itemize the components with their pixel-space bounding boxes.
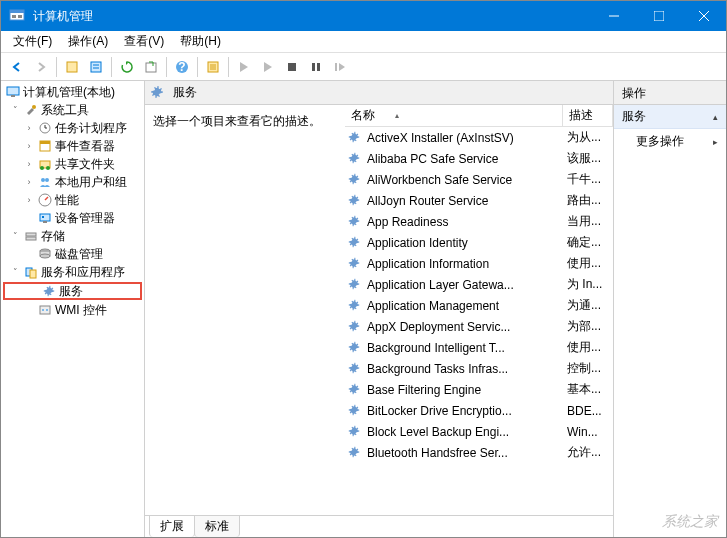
- disk-icon: [37, 246, 53, 262]
- svg-rect-9: [91, 62, 101, 72]
- service-row[interactable]: Application Layer Gatewa...为 In...: [345, 274, 613, 295]
- properties-icon[interactable]: [85, 56, 107, 78]
- service-row[interactable]: AliWorkbench Safe Service千牛...: [345, 169, 613, 190]
- expand-icon[interactable]: ›: [23, 195, 35, 205]
- minimize-button[interactable]: [591, 1, 636, 31]
- play2-icon[interactable]: [257, 56, 279, 78]
- service-row[interactable]: Background Intelligent T...使用...: [345, 337, 613, 358]
- gear-icon: [347, 172, 363, 188]
- service-desc: BDE...: [567, 404, 611, 418]
- export-icon[interactable]: [140, 56, 162, 78]
- service-row[interactable]: Base Filtering Engine基本...: [345, 379, 613, 400]
- tree-root[interactable]: 计算机管理(本地): [1, 83, 144, 101]
- tree-event-viewer[interactable]: › 事件查看器: [1, 137, 144, 155]
- tree-task-scheduler[interactable]: › 任务计划程序: [1, 119, 144, 137]
- arrow-up-icon: ▴: [713, 112, 718, 122]
- tree-system-tools[interactable]: ˅ 系统工具: [1, 101, 144, 119]
- sort-asc-icon: ▴: [395, 111, 399, 120]
- gear-icon: [347, 424, 363, 440]
- menu-view[interactable]: 查看(V): [116, 31, 172, 52]
- play-icon[interactable]: [233, 56, 255, 78]
- separator: [111, 57, 112, 77]
- close-button[interactable]: [681, 1, 726, 31]
- tree-disk-management[interactable]: 磁盘管理: [1, 245, 144, 263]
- service-row[interactable]: Application Information使用...: [345, 253, 613, 274]
- column-name[interactable]: 名称▴: [345, 105, 563, 126]
- separator: [197, 57, 198, 77]
- service-row[interactable]: App Readiness当用...: [345, 211, 613, 232]
- service-row[interactable]: AppX Deployment Servic...为部...: [345, 316, 613, 337]
- service-row[interactable]: Bluetooth Handsfree Ser...允许...: [345, 442, 613, 463]
- gear-icon: [347, 340, 363, 356]
- tree-storage[interactable]: ˅ 存储: [1, 227, 144, 245]
- tree-services[interactable]: 服务: [3, 282, 142, 300]
- expand-icon[interactable]: ›: [23, 177, 35, 187]
- tree-performance[interactable]: › 性能: [1, 191, 144, 209]
- storage-icon: [23, 228, 39, 244]
- service-name: BitLocker Drive Encryptio...: [367, 404, 567, 418]
- help-icon[interactable]: ?: [171, 56, 193, 78]
- service-row[interactable]: ActiveX Installer (AxInstSV)为从...: [345, 127, 613, 148]
- menu-help[interactable]: 帮助(H): [172, 31, 229, 52]
- tab-standard[interactable]: 标准: [194, 515, 240, 537]
- actions-section[interactable]: 服务 ▴: [614, 105, 726, 129]
- service-row[interactable]: Block Level Backup Engi...Win...: [345, 421, 613, 442]
- service-row[interactable]: AllJoyn Router Service路由...: [345, 190, 613, 211]
- service-row[interactable]: Application Identity确定...: [345, 232, 613, 253]
- list-icon[interactable]: [202, 56, 224, 78]
- svg-rect-38: [40, 214, 50, 221]
- gear-icon: [347, 361, 363, 377]
- service-desc: 路由...: [567, 192, 611, 209]
- menu-action[interactable]: 操作(A): [60, 31, 116, 52]
- expand-icon[interactable]: ›: [23, 123, 35, 133]
- expand-icon[interactable]: ›: [23, 159, 35, 169]
- tree-services-apps[interactable]: ˅ 服务和应用程序: [1, 263, 144, 281]
- window-controls: [591, 1, 726, 31]
- restart-icon[interactable]: [329, 56, 351, 78]
- svg-point-35: [45, 178, 49, 182]
- collapse-icon[interactable]: ˅: [9, 267, 21, 277]
- list-body[interactable]: ActiveX Installer (AxInstSV)为从...Alibaba…: [345, 127, 613, 515]
- svg-rect-19: [288, 63, 296, 71]
- service-name: Application Information: [367, 257, 567, 271]
- service-row[interactable]: Background Tasks Infras...控制...: [345, 358, 613, 379]
- tree-wmi[interactable]: WMI 控件: [1, 301, 144, 319]
- svg-point-33: [46, 166, 50, 170]
- tree-panel[interactable]: 计算机管理(本地) ˅ 系统工具 › 任务计划程序 › 事件查看器 › 共享文件…: [1, 81, 145, 537]
- window-title: 计算机管理: [33, 8, 591, 25]
- wmi-icon: [37, 302, 53, 318]
- tree-shared-folders[interactable]: › 共享文件夹: [1, 155, 144, 173]
- services-apps-icon: [23, 264, 39, 280]
- menu-file[interactable]: 文件(F): [5, 31, 60, 52]
- column-desc[interactable]: 描述: [563, 105, 613, 126]
- service-row[interactable]: Application Management为通...: [345, 295, 613, 316]
- tree-device-manager[interactable]: 设备管理器: [1, 209, 144, 227]
- gear-icon: [347, 130, 363, 146]
- stop-icon[interactable]: [281, 56, 303, 78]
- gear-icon: [149, 84, 167, 102]
- pause-icon[interactable]: [305, 56, 327, 78]
- maximize-button[interactable]: [636, 1, 681, 31]
- collapse-icon[interactable]: ˅: [9, 105, 21, 115]
- event-icon: [37, 138, 53, 154]
- service-desc: 为从...: [567, 129, 611, 146]
- up-button[interactable]: [61, 56, 83, 78]
- main-title: 服务: [173, 84, 197, 101]
- service-row[interactable]: Alibaba PC Safe Service该服...: [345, 148, 613, 169]
- gear-icon: [347, 256, 363, 272]
- tab-extended[interactable]: 扩展: [149, 515, 195, 537]
- svg-rect-41: [26, 233, 36, 236]
- actions-more[interactable]: 更多操作 ▸: [614, 129, 726, 154]
- forward-button[interactable]: [30, 56, 52, 78]
- tree-local-users[interactable]: › 本地用户和组: [1, 173, 144, 191]
- separator: [56, 57, 57, 77]
- service-row[interactable]: BitLocker Drive Encryptio...BDE...: [345, 400, 613, 421]
- expand-icon[interactable]: ›: [23, 141, 35, 151]
- refresh-icon[interactable]: [116, 56, 138, 78]
- back-button[interactable]: [6, 56, 28, 78]
- clock-icon: [37, 120, 53, 136]
- actions-panel: 操作 服务 ▴ 更多操作 ▸: [614, 81, 726, 537]
- collapse-icon[interactable]: ˅: [9, 231, 21, 241]
- menubar: 文件(F) 操作(A) 查看(V) 帮助(H): [1, 31, 726, 53]
- content: 计算机管理(本地) ˅ 系统工具 › 任务计划程序 › 事件查看器 › 共享文件…: [1, 81, 726, 537]
